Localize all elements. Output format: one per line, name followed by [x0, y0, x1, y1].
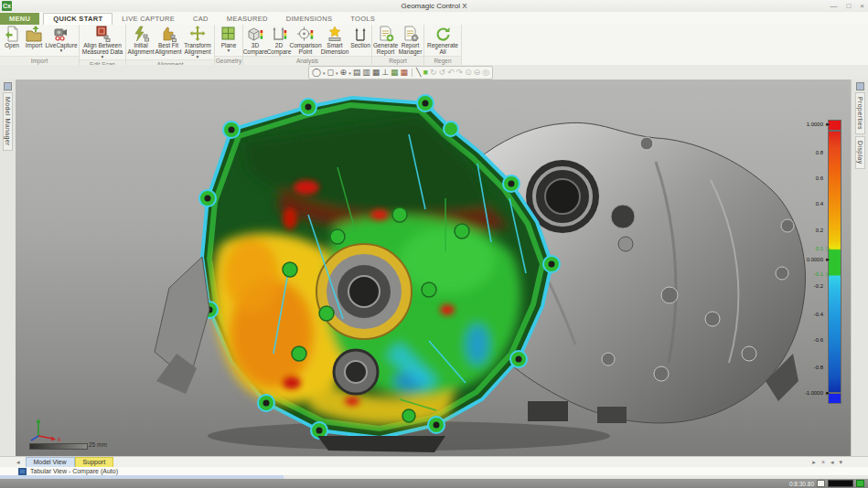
smart-dimension-button[interactable]: Smart Dimension — [320, 26, 349, 55]
default-view-icon[interactable]: ◎ — [482, 68, 489, 78]
maximize-button[interactable]: □ — [846, 0, 851, 12]
tab-menu-button[interactable]: ▾ — [839, 459, 842, 466]
tolerance-marker-icon: ▷ — [826, 271, 830, 278]
initial-alignment-button[interactable]: Initial Alignment — [127, 26, 155, 55]
orbit-icon[interactable]: ↻ — [430, 68, 437, 78]
pan-back-icon[interactable]: ↶ — [447, 68, 455, 78]
ribbon-group-report: Generate Report Report Manager Report — [372, 25, 424, 65]
properties-tab[interactable]: Properties — [855, 92, 865, 134]
3d-compare-icon — [247, 26, 264, 42]
color-swatch-icon[interactable]: ■ — [423, 68, 428, 78]
colorbar-label: 0.6 — [777, 175, 823, 182]
model-manager-tab[interactable]: Model Manager — [3, 92, 13, 151]
open-button[interactable]: Open — [1, 26, 23, 48]
zoom-out-icon[interactable]: ⊖ — [474, 68, 481, 78]
colorbar-label-upper-tolerance: 0.1▷ — [777, 245, 823, 252]
align-measured-data-icon — [94, 26, 111, 42]
display-tab[interactable]: Display — [855, 136, 865, 169]
colorbar-label: -0.2 — [777, 282, 823, 290]
layout-single-icon[interactable]: ▤ — [353, 68, 361, 78]
window-title: Geomagic Control X — [0, 0, 868, 12]
multi-view-grid-icon[interactable]: ▦ — [391, 68, 399, 78]
ribbon-group-analysis: 3D Compare 2D Compare Comparison Point S… — [243, 25, 372, 65]
sync-views-icon[interactable]: ▦ — [401, 68, 409, 78]
tab-live-capture[interactable]: LIVE CAPTURE — [113, 13, 184, 25]
tab-measured[interactable]: MEASURED — [218, 13, 277, 25]
ribbon-group-import: Open Import LiveCapture ▾ Import — [0, 25, 80, 65]
toolbar-separator — [412, 69, 413, 77]
model-view-tab[interactable]: Model View — [26, 457, 75, 468]
smart-dimension-icon — [327, 26, 343, 42]
livecapture-icon — [53, 26, 70, 42]
colorbar-label-min: -1.0000► — [777, 389, 823, 397]
button-label: Open — [5, 42, 19, 48]
status-memory-indicator — [828, 480, 853, 487]
colorbar-label-max: 1.0000► — [777, 121, 823, 128]
open-icon — [4, 26, 20, 42]
button-label: Import — [26, 42, 42, 48]
button-label: Regenerate All — [425, 42, 460, 55]
button-label: Align Between Measured Data — [80, 42, 124, 55]
best-fit-alignment-button[interactable]: Best Fit Alignment — [155, 26, 182, 55]
report-manager-button[interactable]: Report Manager — [398, 26, 423, 55]
tab-quick-start[interactable]: QUICK START — [43, 13, 113, 25]
ribbon-group-edit-scan: Align Between Measured Data ▾ Edit Scan — [80, 25, 126, 65]
colorbar-label: -0.8 — [777, 364, 823, 371]
pin-view-icon[interactable]: ⊥ — [381, 68, 389, 78]
dropdown-arrow-icon[interactable]: ▾ — [323, 70, 326, 76]
view-cube-icon[interactable]: ◻ — [327, 68, 334, 78]
measure-line-icon[interactable]: ╲ — [416, 68, 421, 78]
button-label: Best Fit Alignment — [155, 42, 182, 55]
tab-menu[interactable]: MENU — [0, 13, 39, 25]
dropdown-arrow-icon[interactable]: ▾ — [60, 48, 63, 53]
render-mode-icon[interactable]: ⊕ — [340, 68, 348, 78]
comparison-point-button[interactable]: Comparison Point — [291, 26, 320, 55]
status-green-indicator — [856, 480, 864, 487]
report-manager-icon — [402, 26, 419, 42]
next-tab-button[interactable]: ▸ — [812, 459, 816, 466]
tab-dimensions[interactable]: DIMENSIONS — [277, 13, 342, 25]
zoom-fit-icon[interactable]: ⊙ — [465, 68, 472, 78]
colorbar-label: 0.8 — [777, 149, 823, 156]
group-label-geometry: Geometry — [215, 56, 242, 65]
import-button[interactable]: Import — [23, 26, 45, 48]
group-label-report: Report — [372, 56, 423, 65]
align-between-measured-data-button[interactable]: Align Between Measured Data ▾ — [80, 26, 124, 59]
plane-icon — [220, 26, 237, 42]
rotate-icon[interactable]: ↺ — [438, 68, 445, 78]
tab-tools[interactable]: TOOLS — [341, 13, 384, 25]
tab-scroll-left-button[interactable]: ◂ — [16, 459, 20, 466]
dropdown-arrow-icon[interactable]: ▾ — [348, 70, 351, 76]
plane-button[interactable]: Plane ▾ — [216, 26, 241, 53]
prev-tab-button[interactable]: ◂ — [830, 459, 834, 466]
right-panel-strip: Properties Display — [851, 80, 868, 456]
regenerate-all-button[interactable]: Regenerate All — [425, 26, 460, 55]
pan-forward-icon[interactable]: ↷ — [456, 68, 464, 78]
dropdown-arrow-icon[interactable]: ▾ — [228, 48, 230, 53]
scale-bar — [29, 443, 88, 450]
livecapture-button[interactable]: LiveCapture ▾ — [45, 26, 78, 53]
shading-mode-icon[interactable]: ◯ — [312, 68, 321, 78]
generate-report-button[interactable]: Generate Report — [373, 26, 398, 55]
minimize-button[interactable]: — — [830, 0, 837, 12]
3d-viewport[interactable]: 1.0000► 0.8 0.6 0.4 0.2 0.1▷ 0.0000► -0.… — [16, 80, 851, 456]
support-tab[interactable]: Support — [75, 457, 114, 468]
table-icon — [18, 468, 27, 475]
layout-columns-icon[interactable]: ▦ — [372, 68, 380, 78]
ribbon-group-regen: Regenerate All Regen — [424, 25, 462, 65]
left-panel-strip: Model Manager — [0, 80, 16, 456]
viewport-toolbar: ◯▾ ◻▾ ⊕▾ ▤ ▥ ▦ ⊥ ▦ ▦ ╲ ■ ↻ ↺ ↶ ↷ ⊙ ⊖ ◎ — [308, 66, 493, 80]
2d-compare-button[interactable]: 2D Compare — [267, 26, 291, 55]
3d-compare-button[interactable]: 3D Compare — [243, 26, 267, 55]
status-white-indicator — [817, 480, 825, 487]
layout-split-icon[interactable]: ▥ — [362, 68, 370, 78]
group-label-regen: Regen — [424, 56, 461, 65]
close-button[interactable]: × — [860, 0, 864, 12]
properties-icon — [856, 82, 864, 90]
section-button[interactable]: Section — [349, 26, 371, 48]
section-icon — [352, 26, 369, 42]
tab-cad[interactable]: CAD — [184, 13, 218, 25]
transform-alignment-button[interactable]: Transform Alignment ▾ — [182, 26, 213, 59]
dropdown-arrow-icon[interactable]: ▾ — [336, 70, 338, 76]
close-tab-button[interactable]: × — [821, 459, 825, 466]
